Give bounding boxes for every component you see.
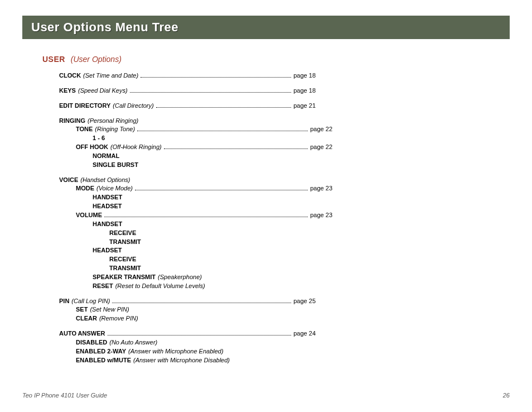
section-header: USER (User Options) [42,55,510,64]
item-tone: TONE (Ringing Tone) page 22 [76,125,332,133]
item-volume: VOLUME page 23 [76,211,332,219]
item-normal: NORMAL [93,152,349,160]
footer-doc-title: Teo IP Phone 4101 User Guide [22,392,107,399]
item-single-burst: SINGLE BURST [93,161,349,169]
item-clock: CLOCK (Set Time and Date) page 18 [59,71,316,80]
item-voice: VOICE (Handset Options) [59,176,316,184]
item-handset: HANDSET [93,193,349,202]
item-edit-directory: EDIT DIRECTORY (Call Directory) page 21 [59,102,316,110]
item-vol-handset: HANDSET [93,220,349,228]
item-pin-clear: CLEAR (Remove PIN) [76,314,332,323]
item-auto-answer: AUTO ANSWER page 24 [59,329,316,338]
item-enabled-mute: ENABLED w/MUTE (Answer with Microphone D… [76,356,332,365]
item-vol-transmit-2: TRANSMIT [109,264,366,272]
page-footer: Teo IP Phone 4101 User Guide 26 [22,392,510,399]
item-keys: KEYS (Speed Dial Keys) page 18 [59,87,316,95]
item-vol-headset: HEADSET [93,246,349,255]
section-main: USER [42,55,65,64]
item-offhook: OFF HOOK (Off-Hook Ringing) page 22 [76,143,332,151]
item-reset: RESET (Reset to Default Volume Levels) [93,282,349,290]
section-sub: (User Options) [71,55,122,64]
page-title-bar: User Options Menu Tree [22,16,510,39]
item-tone-range: 1 - 6 [93,134,349,142]
item-vol-receive-1: RECEIVE [109,229,366,237]
item-headset: HEADSET [93,202,349,210]
item-vol-receive-2: RECEIVE [109,255,366,264]
footer-page-number: 26 [503,392,510,399]
item-enabled-2way: ENABLED 2-WAY (Answer with Microphone En… [76,347,332,356]
item-vol-transmit-1: TRANSMIT [109,238,366,246]
menu-tree: CLOCK (Set Time and Date) page 18 KEYS (… [59,71,510,364]
item-speaker-transmit: SPEAKER TRANSMIT (Speakerphone) [93,273,349,281]
item-disabled: DISABLED (No Auto Answer) [76,338,332,347]
item-pin: PIN (Call Log PIN) page 25 [59,297,316,305]
item-pin-set: SET (Set New PIN) [76,305,332,314]
item-ringing: RINGING (Personal Ringing) [59,117,316,125]
item-mode: MODE (Voice Mode) page 23 [76,184,332,193]
